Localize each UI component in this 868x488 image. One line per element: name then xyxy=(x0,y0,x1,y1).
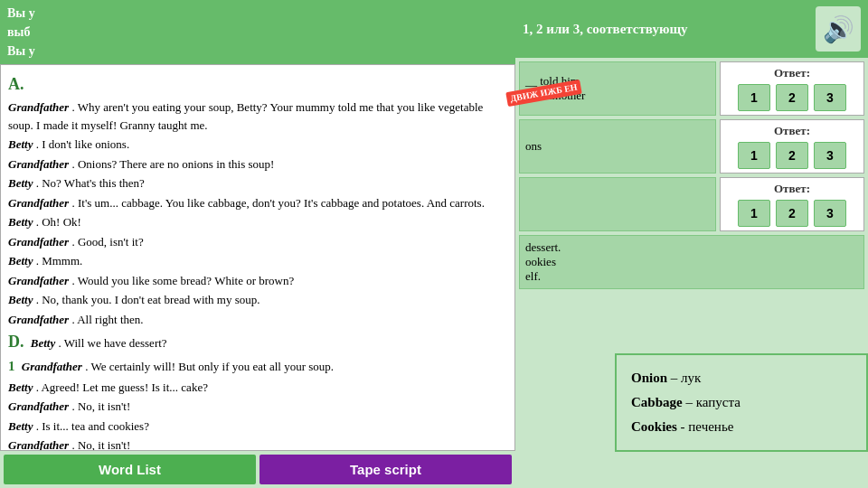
vocab-word-en-3: Cookies xyxy=(631,419,677,434)
top-bar-line2: выб xyxy=(7,23,508,42)
vocab-word-ru-3: печенье xyxy=(688,419,733,434)
section-a-letter: A. xyxy=(8,72,24,97)
answer-box-1: Ответ: 1 2 3 xyxy=(720,61,864,116)
dialog-text-betty-7: . Agreed! Let me guess! Is it... cake? xyxy=(36,380,208,394)
answer-1-btn-1[interactable]: 1 xyxy=(738,84,770,111)
section-a-label: A. xyxy=(8,72,507,97)
speaker-grandfather-8: Grandfather xyxy=(8,399,69,413)
speaker-grandfather-7: Grandfather xyxy=(22,360,82,373)
vocab-popup: Onion – лук Cabbage – капуста Cookies - … xyxy=(615,353,868,452)
dialog-text-1: . Why aren't you eating your soup, Betty… xyxy=(8,100,483,132)
dialog-line-grandfather-9: Grandfather . No, it isn't! xyxy=(8,436,507,451)
word-list-button[interactable]: Word List xyxy=(4,455,256,484)
speaker-grandfather-2: Grandfather xyxy=(8,157,69,171)
right-top-text: 1, 2 или 3, соответствующу xyxy=(523,22,816,37)
section-d1-letter: 1 xyxy=(8,356,15,377)
answer-label-1: Ответ: xyxy=(774,66,810,80)
top-bar-line1: Вы у xyxy=(7,4,508,23)
dialog-line-betty-2: Betty . No? What's this then? xyxy=(8,174,507,192)
dialog-line-grandfather-4: Grandfather . Good, isn't it? xyxy=(8,233,507,251)
dialog-line-grandfather-8: Grandfather . No, it isn't! xyxy=(8,398,507,416)
dialog-text-6: . All right then. xyxy=(71,313,143,326)
dialog-text-area: A. Grandfather . Why aren't you eating y… xyxy=(0,64,515,451)
question-text-3 xyxy=(519,177,716,231)
speaker-betty-7: Betty xyxy=(8,380,33,394)
speaker-betty-2: Betty xyxy=(8,176,33,190)
dessert-line3: elf. xyxy=(525,269,541,284)
dialog-line-grandfather-1: Grandfather . Why aren't you eating your… xyxy=(8,99,507,134)
vocab-line-2: Cabbage – капуста xyxy=(631,390,852,415)
speaker-grandfather-5: Grandfather xyxy=(8,274,69,287)
section-d-label: D. Betty . Will we have dessert? xyxy=(8,330,507,354)
speaker-grandfather-9: Grandfather xyxy=(8,438,69,451)
answer-label-3: Ответ: xyxy=(774,182,810,196)
dialog-line-betty-3: Betty . Oh! Ok! xyxy=(8,213,507,231)
vocab-word-en-1: Onion xyxy=(631,371,667,385)
answer-3-btn-1[interactable]: 1 xyxy=(738,200,770,227)
dialog-text-betty-6: . Will we have dessert? xyxy=(58,336,166,350)
speaker-betty-6: Betty xyxy=(31,336,55,350)
section-d-letter: D. xyxy=(8,330,24,354)
answer-box-2: Ответ: 1 2 3 xyxy=(720,119,864,174)
dialog-line-grandfather-5: Grandfather . Would you like some bread?… xyxy=(8,272,507,290)
dialog-line-betty-4: Betty . Mmmm. xyxy=(8,252,507,270)
dessert-line2: ookies xyxy=(525,255,556,269)
left-panel: Вы у выб Вы у A. Grandfather . Why aren'… xyxy=(0,0,515,488)
dialog-line-betty-5: Betty . No, thank you. I don't eat bread… xyxy=(8,291,507,309)
bottom-buttons-left: Word List Tape script xyxy=(0,451,515,488)
answer-3-btn-3[interactable]: 3 xyxy=(814,200,846,227)
dialog-text-7: . We certainly will! But only if you eat… xyxy=(85,360,334,373)
question-text-2: ons xyxy=(519,119,716,174)
dialog-text-betty-3: . Oh! Ok! xyxy=(36,215,81,229)
dialog-line-betty-7: Betty . Agreed! Let me guess! Is it... c… xyxy=(8,379,507,397)
dialog-line-grandfather-6: Grandfather . All right then. xyxy=(8,311,507,329)
speaker-grandfather-6: Grandfather xyxy=(8,313,69,326)
question-row-3: Ответ: 1 2 3 xyxy=(519,177,864,231)
question-text-2-content: ons xyxy=(525,139,542,154)
speaker-betty-5: Betty xyxy=(8,293,33,306)
audio-icon: 🔊 xyxy=(823,14,854,44)
top-bar-line3: Вы у xyxy=(7,42,508,61)
vocab-dash-2: – xyxy=(685,395,695,409)
audio-button[interactable]: 🔊 xyxy=(816,6,861,52)
section-d1-label: 1 Grandfather . We certainly will! But o… xyxy=(8,356,507,377)
dialog-text-3: . It's um... cabbage. You like cabbage, … xyxy=(71,196,485,210)
dialog-text-betty-8: . Is it... tea and cookies? xyxy=(36,419,149,433)
dialog-line-betty-8: Betty . Is it... tea and cookies? xyxy=(8,418,507,436)
dialog-line-grandfather-2: Grandfather . Onions? There are no onion… xyxy=(8,155,507,174)
answer-2-btn-3[interactable]: 3 xyxy=(814,142,846,169)
top-bar: Вы у выб Вы у xyxy=(0,0,515,64)
answer-buttons-1: 1 2 3 xyxy=(738,84,846,111)
answer-2-btn-2[interactable]: 2 xyxy=(776,142,808,169)
answer-buttons-2: 1 2 3 xyxy=(738,142,846,169)
dialog-text-2: . Onions? There are no onions in this so… xyxy=(71,157,274,171)
vocab-word-ru-2: капуста xyxy=(696,395,741,409)
answer-1-btn-2[interactable]: 2 xyxy=(776,84,808,111)
dessert-line1: dessert. xyxy=(525,240,561,255)
vocab-word-en-2: Cabbage xyxy=(631,395,683,409)
dialog-text-9: . No, it isn't! xyxy=(71,438,130,451)
answer-label-2: Ответ: xyxy=(774,124,810,138)
speaker-betty-4: Betty xyxy=(8,254,33,267)
dialog-text-betty-5: . No, thank you. I don't eat bread with … xyxy=(36,293,260,306)
answer-3-btn-2[interactable]: 2 xyxy=(776,200,808,227)
answer-2-btn-1[interactable]: 1 xyxy=(738,142,770,169)
answer-buttons-3: 1 2 3 xyxy=(738,200,846,227)
speaker-grandfather-1: Grandfather xyxy=(8,100,69,114)
speaker-grandfather-3: Grandfather xyxy=(8,196,69,210)
question-row-d1: dessert. ookies elf. xyxy=(519,235,864,289)
speaker-grandfather-4: Grandfather xyxy=(8,235,69,249)
question-text-d1: dessert. ookies elf. xyxy=(519,235,864,289)
right-top-bar: 1, 2 или 3, соответствующу 🔊 xyxy=(515,0,868,58)
dialog-text-4: . Good, isn't it? xyxy=(71,235,143,249)
dialog-line-betty-1: Betty . I don't like onions. xyxy=(8,136,507,154)
dialog-text-betty-1: . I don't like onions. xyxy=(36,137,129,151)
dialog-line-grandfather-3: Grandfather . It's um... cabbage. You li… xyxy=(8,194,507,212)
tape-script-button[interactable]: Tape script xyxy=(259,455,512,484)
main-container: Вы у выб Вы у A. Grandfather . Why aren'… xyxy=(0,0,868,488)
answer-1-btn-3[interactable]: 3 xyxy=(814,84,846,111)
dialog-text-5: . Would you like some bread? White or br… xyxy=(71,274,294,287)
answer-box-3: Ответ: 1 2 3 xyxy=(720,177,864,231)
dialog-text-betty-2: . No? What's this then? xyxy=(36,176,145,190)
vocab-dash-1: – xyxy=(671,371,681,385)
